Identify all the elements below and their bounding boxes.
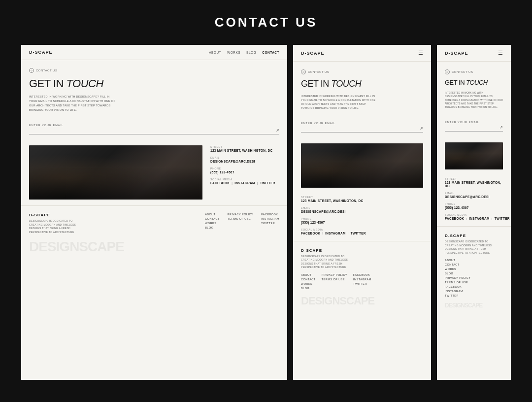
fl-fb-m[interactable]: FACEBOOK <box>445 285 503 288</box>
footer-link-about[interactable]: ABOUT <box>205 213 220 216</box>
email-arrow[interactable]: ↗ <box>276 128 279 133</box>
nav-logo-tablet: D-SCAPE <box>301 51 325 56</box>
headline: GET IN TOUCH <box>29 78 279 90</box>
footer-link-ig[interactable]: INSTAGRAM <box>261 217 279 220</box>
fl-works-t[interactable]: WORKS <box>301 282 316 285</box>
social-links-tablet: FACEBOOK | INSTAGRAM | TWITTER <box>301 232 423 235</box>
email-contact-value: DESIGNSCAPE@ARC.DESI <box>210 160 279 163</box>
fl-fb-t[interactable]: FACEBOOK <box>353 273 371 276</box>
headline-plain-tablet: GET IN <box>301 79 331 89</box>
hamburger-icon-mobile[interactable]: ☰ <box>498 50 503 56</box>
street-value-mobile: 123 MAIN STREET, WASHINGTON, DC <box>445 181 503 188</box>
contact-details: STREET 123 MAIN STREET, WASHINGTON, DC E… <box>210 145 279 200</box>
email-input-tablet[interactable] <box>301 127 418 130</box>
footer-link-blog[interactable]: BLOG <box>205 226 220 229</box>
footer-desktop: D-SCAPE DESIGNSCAPE IS DEDICATED TO CREA… <box>21 205 287 255</box>
social-fb-tablet[interactable]: FACEBOOK <box>301 232 320 235</box>
footer-brand-mobile: D-SCAPE DESIGNSCAPE IS DEDICATED TO CREA… <box>445 234 503 255</box>
social-fb-mobile[interactable]: FACEBOOK <box>445 217 464 220</box>
office-image-mobile <box>445 142 503 169</box>
footer-col1-tablet: ABOUT CONTACT WORKS BLOG <box>301 273 316 290</box>
nav-link-works[interactable]: WORKS <box>227 51 240 54</box>
social-ig-mobile[interactable]: INSTAGRAM <box>469 217 490 220</box>
fl-about-t[interactable]: ABOUT <box>301 273 316 276</box>
nav-desktop: D-SCAPE ABOUT WORKS BLOG CONTACT <box>21 45 287 60</box>
footer-link-contact[interactable]: CONTACT <box>205 217 220 220</box>
email-input-row-mobile[interactable]: ↗ <box>445 125 503 132</box>
contact-details-tablet: STREET 123 MAIN STREET, WASHINGTON, DC E… <box>301 196 423 235</box>
nav-links: ABOUT WORKS BLOG CONTACT <box>209 51 279 54</box>
office-image <box>29 145 202 200</box>
nav-tablet: D-SCAPE ☰ <box>293 45 431 62</box>
fl-ig-m[interactable]: INSTAGRAM <box>445 290 503 293</box>
nav-link-blog[interactable]: BLOG <box>246 51 256 54</box>
email-contact-label: EMAIL <box>210 156 279 159</box>
nav-link-about[interactable]: ABOUT <box>209 51 221 54</box>
fl-privacy-t[interactable]: PRIVACY POLICY <box>322 273 347 276</box>
headline-plain-mobile: GET IN <box>445 79 466 86</box>
email-label: ENTER YOUR EMAIL <box>29 124 279 127</box>
hamburger-icon[interactable]: ☰ <box>418 50 423 56</box>
phone-group-tablet: PHONE (555) 123-4567 <box>301 217 423 224</box>
email-arrow-tablet[interactable]: ↗ <box>420 126 423 131</box>
phone-value: (555) 123-4567 <box>210 170 279 174</box>
fl-about-m[interactable]: ABOUT <box>445 259 503 262</box>
fl-tw-m[interactable]: TWITTER <box>445 294 503 297</box>
hero-tablet: ⊙ CONTACT US GET IN TOUCH INTERESTED IN … <box>293 62 431 122</box>
phone-label: PHONE <box>210 167 279 170</box>
footer-link-works[interactable]: WORKS <box>205 222 220 225</box>
headline-plain: GET IN <box>29 77 66 90</box>
social-tw-mobile[interactable]: TWITTER <box>495 217 510 220</box>
office-image-tablet <box>301 143 423 188</box>
contact-details-mobile: STREET 123 MAIN STREET, WASHINGTON, DC E… <box>445 177 503 220</box>
footer-top-tablet: D-SCAPE DESIGNSCAPE IS DEDICATED TO CREA… <box>301 248 423 290</box>
email-section: ENTER YOUR EMAIL ↗ <box>21 124 287 139</box>
headline-italic: TOUCH <box>66 77 103 90</box>
social-instagram[interactable]: INSTAGRAM <box>234 181 255 185</box>
email-input-row[interactable]: ↗ <box>29 128 279 134</box>
footer-link-privacy[interactable]: PRIVACY POLICY <box>228 213 253 216</box>
street-group: STREET 123 MAIN STREET, WASHINGTON, DC <box>210 145 279 152</box>
email-arrow-mobile[interactable]: ↗ <box>499 125 503 130</box>
content-area-mobile: STREET 123 MAIN STREET, WASHINGTON, DC E… <box>437 136 511 226</box>
footer-link-tw[interactable]: TWITTER <box>261 222 279 225</box>
social-twitter[interactable]: TWITTER <box>260 181 275 185</box>
social-facebook[interactable]: FACEBOOK <box>210 181 230 185</box>
social-ig-tablet[interactable]: INSTAGRAM <box>325 232 346 235</box>
email-input[interactable] <box>29 129 274 132</box>
hero-mobile: ⊙ CONTACT US GET IN TOUCH INTERESTED IN … <box>437 62 511 121</box>
fl-blog-t[interactable]: BLOG <box>301 287 316 290</box>
content-area-desktop: STREET 123 MAIN STREET, WASHINGTON, DC E… <box>21 139 287 205</box>
footer-watermark: DESIGNSCAPE <box>29 239 279 255</box>
fl-ig-t[interactable]: INSTAGRAM <box>353 278 371 281</box>
social-group-mobile: SOCIAL MEDIA FACEBOOK | INSTAGRAM | TWIT… <box>445 213 503 220</box>
fl-privacy-m[interactable]: PRIVACY POLICY <box>445 276 503 279</box>
fl-terms-m[interactable]: TERMS OF USE <box>445 281 503 284</box>
fl-contact-t[interactable]: CONTACT <box>301 278 316 281</box>
social-tw-tablet[interactable]: TWITTER <box>351 232 366 235</box>
footer-link-fb[interactable]: FACEBOOK <box>261 213 279 216</box>
email-input-mobile[interactable] <box>445 126 498 129</box>
fl-contact-m[interactable]: CONTACT <box>445 263 503 266</box>
fl-blog-m[interactable]: BLOG <box>445 272 503 275</box>
footer-tagline-mobile: DESIGNSCAPE IS DEDICATED TO CREATING MOD… <box>445 240 494 255</box>
footer-logo-tablet: D-SCAPE <box>301 248 423 253</box>
sep2-tablet: | <box>348 232 349 234</box>
footer-link-terms[interactable]: TERMS OF USE <box>228 217 253 220</box>
email-cl-mobile: EMAIL <box>445 192 503 195</box>
phone-group-mobile: PHONE (555) 123-4567 <box>445 202 503 209</box>
footer-col-2: PRIVACY POLICY TERMS OF USE <box>228 213 253 234</box>
breadcrumb-icon-tablet: ⊙ <box>301 69 306 74</box>
fl-works-m[interactable]: WORKS <box>445 268 503 270</box>
social-sep-1: | <box>232 182 233 185</box>
nav-link-contact[interactable]: CONTACT <box>262 51 279 54</box>
fl-terms-t[interactable]: TERMS OF USE <box>322 278 347 281</box>
fl-tw-t[interactable]: TWITTER <box>353 282 371 285</box>
street-label-mobile: STREET <box>445 177 503 180</box>
hero-desc-tablet: INTERESTED IN WORKING WITH DESIGNSCAPE? … <box>301 94 380 110</box>
email-input-row-tablet[interactable]: ↗ <box>301 126 423 133</box>
footer-watermark-tablet: DESIGNSCAPE <box>301 295 423 307</box>
hero-desktop: ⊙ CONTACT US GET IN TOUCH INTERESTED IN … <box>21 60 287 124</box>
screen-tablet: D-SCAPE ☰ ⊙ CONTACT US GET IN TOUCH INTE… <box>293 45 431 380</box>
footer-tablet: D-SCAPE DESIGNSCAPE IS DEDICATED TO CREA… <box>293 241 431 307</box>
